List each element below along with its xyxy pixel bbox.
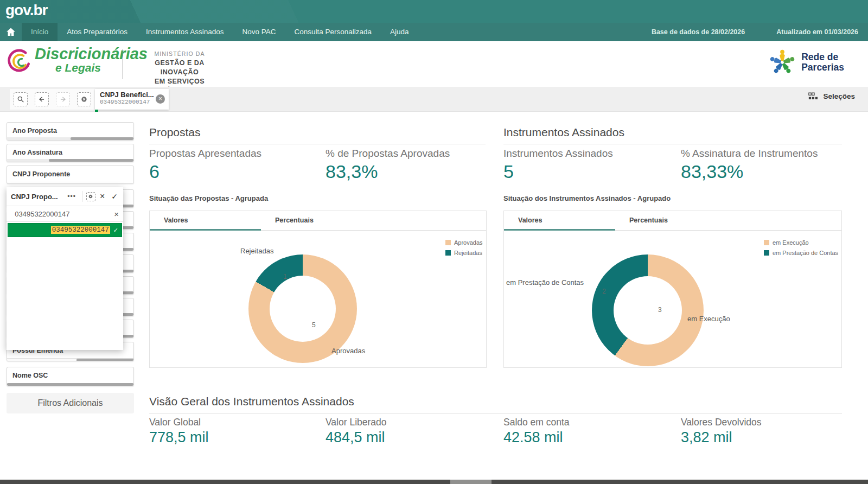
database-date: Base de dados de 28/02/2026 [652, 28, 745, 36]
slice-label-aprovadas: Aprovadas [331, 347, 365, 355]
more-options-icon[interactable]: ••• [65, 193, 78, 200]
nav-item-novo-pac[interactable]: Novo PAC [233, 23, 285, 41]
filter-scrollbar [7, 358, 133, 361]
filter-label: Nome OSC [7, 367, 133, 384]
legend-label: Aprovadas [454, 239, 483, 246]
partner-text: Rede de Parcerias [801, 52, 844, 73]
slice-label-execucao: em Execução [687, 315, 730, 323]
cancel-selection-button[interactable]: × [95, 192, 109, 201]
horizontal-scrollbar[interactable] [0, 480, 868, 484]
slice-value-aprovadas: 5 [312, 321, 316, 329]
popup-title: CNPJ Propo... [11, 193, 65, 201]
kpi-label: Saldo em conta [503, 417, 570, 428]
kpi-value: 3,82 mil [681, 429, 732, 446]
clear-all-selections-button[interactable] [77, 92, 91, 106]
chart-legend: em Execução em Prestação de Contas [764, 239, 838, 256]
partner-line2: Parcerias [801, 62, 844, 73]
popup-header: CNPJ Propo... ••• × ✓ [7, 187, 123, 206]
filter-label: Ano Proposta [7, 123, 133, 139]
filter-nome-osc[interactable]: Nome OSC [7, 367, 134, 386]
slice-label-rejeitadas: Rejeitadas [240, 247, 273, 255]
govbr-logo: gov.br [5, 2, 47, 19]
filtros-adicionais-button[interactable]: Filtros Adicionais [7, 393, 134, 413]
legend-label: em Prestação de Contas [773, 250, 838, 256]
filter-label: Ano Assinatura [7, 144, 133, 161]
chip-close-button[interactable]: × [156, 94, 165, 104]
legend-swatch [445, 250, 451, 256]
logo-line2: e Legais [55, 62, 148, 74]
listbox-search-input[interactable] [15, 210, 110, 218]
legend-item-em-execucao[interactable]: em Execução [764, 239, 838, 246]
kpi-label: Propostas Apresentadas [149, 148, 261, 160]
step-back-button[interactable] [35, 92, 49, 106]
nav-item-consulta-personalizada[interactable]: Consulta Personalizada [285, 23, 381, 41]
step-forward-button[interactable] [56, 92, 70, 106]
clear-selection-button[interactable] [86, 192, 95, 201]
kpi-value: 42.58 mil [503, 429, 563, 446]
nav-item-atos-preparatorios[interactable]: Atos Preparatórios [58, 23, 137, 41]
scrollbar-thumb[interactable] [450, 480, 492, 484]
legend-swatch [445, 240, 451, 245]
ministry-line1: MINISTÉRIO DA [136, 49, 224, 59]
visao-geral-section-title: Visão Geral dos Instrumentos Assinados [149, 395, 842, 413]
instrumentos-section-title: Instrumentos Assinados [503, 126, 842, 144]
nav-item-inicio[interactable]: Início [22, 23, 58, 41]
confirm-selection-button[interactable]: ✓ [109, 192, 119, 201]
logo-swirl-icon [5, 46, 34, 78]
filter-cnpj-proponente[interactable]: CNPJ Proponente [7, 165, 134, 184]
legend-item-em-prestacao[interactable]: em Prestação de Contas [764, 250, 838, 256]
legend-label: em Execução [773, 239, 809, 246]
legend-item-aprovadas[interactable]: Aprovadas [445, 239, 483, 246]
kpi-label: Instrumentos Assinados [503, 148, 613, 160]
check-icon: ✓ [113, 227, 118, 234]
tab-percentuais[interactable]: Percentuais [261, 211, 372, 230]
nav-item-ajuda[interactable]: Ajuda [381, 23, 418, 41]
selection-toolbar: CNPJ Benefici... 03495322000147 × Seleçõ… [0, 87, 868, 112]
filter-label: CNPJ Proponente [7, 166, 133, 182]
popup-search-row: × [7, 206, 123, 222]
filter-ano-assinatura[interactable]: Ano Assinatura [7, 144, 134, 162]
selections-button[interactable]: Seleções [808, 92, 855, 100]
slice-value-execucao: 3 [658, 306, 662, 314]
header-divider [123, 49, 123, 79]
redo-arrow-icon [59, 95, 67, 103]
smart-search-button[interactable] [14, 92, 28, 106]
topbar: gov.br [0, 0, 868, 23]
kpi-label: Valor Global [149, 417, 201, 428]
clear-search-icon[interactable]: × [114, 209, 119, 219]
rede-de-parcerias-logo: Rede de Parcerias [768, 48, 844, 77]
undo-arrow-icon [38, 95, 46, 103]
donut-hole [614, 276, 682, 345]
legend-label: Rejeitadas [454, 250, 482, 256]
filter-ano-proposta[interactable]: Ano Proposta [7, 122, 134, 141]
updated-date: Atualizado em 01/03/2026 [776, 28, 858, 36]
slice-label-prestacao: em Prestação de Contas [506, 278, 584, 286]
tab-valores[interactable]: Valores [150, 211, 261, 230]
instrumentos-donut-chart[interactable] [592, 254, 704, 366]
tab-valores[interactable]: Valores [504, 211, 615, 230]
search-icon [17, 95, 24, 103]
selected-list-item[interactable]: 03495322000147 ✓ [8, 223, 122, 237]
popup-separator [82, 191, 82, 202]
donut-hole [270, 276, 336, 342]
slice-value-rejeitadas: 1 [283, 273, 287, 281]
legend-item-rejeitadas[interactable]: Rejeitadas [445, 250, 483, 256]
kpi-value: 484,5 mil [326, 429, 385, 446]
home-button[interactable] [0, 23, 22, 41]
chart-legend: Aprovadas Rejeitadas [445, 239, 483, 256]
legend-swatch [764, 250, 769, 256]
partner-line1: Rede de [801, 52, 844, 62]
nav-item-instrumentos-assinados[interactable]: Instrumentos Assinados [137, 23, 233, 41]
logo-text: Discricionárias e Legais [35, 46, 148, 78]
kpi-label: Valores Devolvidos [681, 417, 762, 428]
chart-title: Situação dos Instrumentos Assinados - Ag… [503, 194, 671, 202]
chart-tabs: Valores Percentuais [150, 211, 486, 231]
tab-percentuais[interactable]: Percentuais [615, 211, 726, 230]
chip-selected-indicator [95, 110, 98, 112]
logo-line1: Discricionárias [35, 46, 148, 62]
discricionarias-logo: Discricionárias e Legais [5, 46, 148, 78]
filter-scrollbar [7, 383, 133, 386]
selection-chip-cnpj-beneficiario[interactable]: CNPJ Benefici... 03495322000147 × [95, 89, 169, 110]
ministry-line2: GESTÃO E DA INOVAÇÃO [136, 59, 224, 77]
legend-swatch [764, 240, 769, 245]
